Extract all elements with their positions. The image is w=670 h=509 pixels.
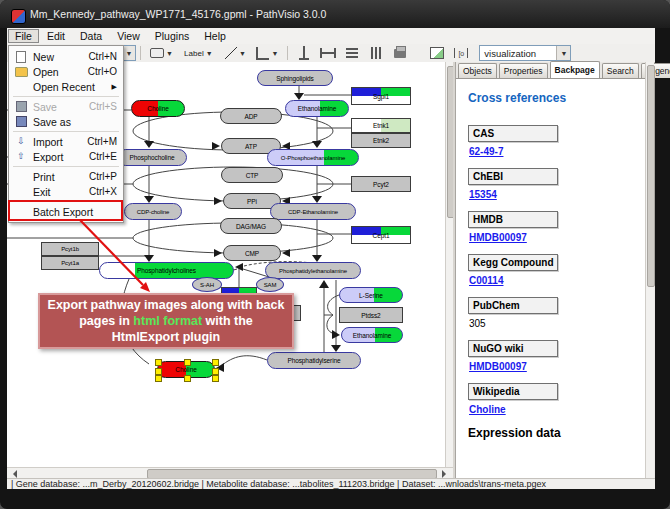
menu-file[interactable]: File [8,29,39,43]
node-label: Etnk1 [373,122,389,129]
pathway-node-etnk1[interactable]: Etnk1 [351,118,411,133]
pathway-node-adp[interactable]: ADP [220,108,282,124]
visualization-value: visualization [484,48,536,59]
annotation-line1: Export pathway images along with back [48,297,285,313]
pathway-node-cdp-ethanolamine[interactable]: CDP-Ethanolamine [270,203,356,220]
distribute-horizontal-button[interactable] [341,44,363,62]
align-middle-button[interactable] [317,44,339,62]
pathway-node-ethanolamine-top[interactable]: Ethanolamine [285,100,349,117]
scroll-left-icon[interactable] [9,470,17,478]
pathway-node-sphingolipids[interactable]: Sphingolipids [257,70,333,86]
selection-handle[interactable] [184,375,191,382]
pathway-node-ctp[interactable]: CTP [221,167,283,183]
menu-data[interactable]: Data [73,29,109,43]
pathway-node-s-ah[interactable]: S-AH [192,277,222,292]
pathway-node-choline-selected[interactable]: Choline [157,361,215,378]
selection-handle[interactable] [155,359,162,366]
menu-help[interactable]: Help [197,29,233,43]
pathway-node-choline-top[interactable]: Choline [131,100,185,117]
pathway-node-phosphocholine[interactable]: Phosphocholine [117,149,187,166]
new-file-icon [13,51,29,63]
distribute-vertical-button[interactable] [365,44,387,62]
xref-link[interactable]: Choline [469,404,645,415]
tab-search[interactable]: Search [602,63,639,78]
print-button[interactable] [389,44,411,62]
pathway-node-ptdss2[interactable]: Ptdss2 [339,307,403,323]
connector-tool-button[interactable]: ▼ [252,44,282,62]
xref-value: 305 [469,318,645,329]
pathway-node-dag[interactable]: DAG/MAG [220,218,282,234]
menu-item-label: Import [33,136,63,148]
scrollbar-thumb[interactable] [647,65,655,287]
pathway-node-pcyt2[interactable]: Pcyt2 [351,176,411,192]
file-menu-item-save-as[interactable]: Save as [9,114,123,129]
tab-properties[interactable]: Properties [499,63,548,78]
xref-header: ChEBI [468,168,558,185]
pathway-node-o-phosphoethanolamine[interactable]: O-Phosphoethanolamine [267,149,359,166]
file-menu-item-open-recent[interactable]: Open Recent▶ [9,79,123,94]
node-label: CDP-Ethanolamine [288,209,338,215]
pathway-node-cept1[interactable]: Cept1 [351,226,411,244]
file-menu-item-new[interactable]: NewCtrl+N [9,49,123,64]
pathway-node-pcyt1b[interactable]: Pcyt1b [41,242,99,256]
node-label: CMP [245,250,259,257]
node-label: Choline [175,366,196,373]
node-label: CTP [246,172,259,179]
pathway-node-phosphatidylethanolamine[interactable]: Phosphatidylethanolamine [265,262,361,279]
title-bar[interactable]: Mm_Kennedy_pathway_WP1771_45176.gpml - P… [0,0,670,28]
tab-objects[interactable]: Objects [458,63,497,78]
file-menu-item-print[interactable]: PrintCtrl+P [9,169,123,184]
pathway-node-phosphatidylcholines[interactable]: Phosphatidylcholines [99,262,234,279]
tab-backpage[interactable]: Backpage [550,61,600,78]
menu-item-shortcut: Ctrl+S [89,101,117,112]
xref-link[interactable]: 15354 [469,189,645,200]
selection-handle[interactable] [212,368,219,375]
toolbar-separator [287,46,288,60]
pathway-node-pcyt1a[interactable]: Pcyt1a [41,256,99,270]
align-center-button[interactable] [293,44,315,62]
node-label: Pcyt1b [61,246,79,252]
file-menu-item-batch-export[interactable]: Batch Export [9,204,123,219]
file-menu-item-export[interactable]: ⇧ExportCtrl+E [9,149,123,164]
chevron-down-icon: ▼ [239,50,246,57]
text-format-button[interactable]: [o [450,44,472,62]
selection-handle[interactable] [212,375,219,382]
xref-link[interactable]: HMDB00097 [469,232,645,243]
pathway-node-etnk2[interactable]: Etnk2 [351,133,411,148]
scroll-right-icon[interactable] [442,470,450,478]
menu-view[interactable]: View [110,29,147,43]
xref-link[interactable]: 62-49-7 [469,146,645,157]
pathway-node-cmp[interactable]: CMP [223,245,281,261]
export-image-button[interactable] [426,44,448,62]
visualization-combobox[interactable]: visualization ▼ [479,45,571,61]
pathway-node-ethanolamine-bottom[interactable]: Ethanolamine [341,327,403,343]
pathway-node-cdp-choline[interactable]: CDP-choline [124,203,182,220]
pathway-node-sgpl1[interactable]: Sgpl1 [351,87,411,105]
node-label: CDP-choline [137,209,170,215]
xref-section-kegg-compound: Kegg CompoundC00114 [468,254,645,286]
selection-handle[interactable] [155,368,162,375]
pathway-node-l-serine[interactable]: L-Serine [339,287,403,303]
xref-link[interactable]: C00114 [469,275,645,286]
menu-edit[interactable]: Edit [40,29,72,43]
pathway-node-phosphatidylserine[interactable]: Phosphatidylserine [267,352,361,369]
panel-vertical-scrollbar[interactable] [645,62,654,478]
menu-item-shortcut: Ctrl+E [89,151,117,162]
xref-link[interactable]: HMDB00097 [469,361,645,372]
selection-handle[interactable] [155,375,162,382]
label-tool-button[interactable]: Label▼ [178,44,218,62]
pathway-node-sam[interactable]: SAM [256,277,284,292]
selection-handle[interactable] [184,359,191,366]
menu-plugins[interactable]: Plugins [148,29,196,43]
file-menu-item-save[interactable]: SaveCtrl+S [9,99,123,114]
node-label: Ptdss2 [361,312,380,319]
chevron-down-icon[interactable]: ▼ [556,46,570,60]
line-tool-button[interactable]: ▼ [220,44,250,62]
file-menu-item-import[interactable]: ⇩ImportCtrl+M [9,134,123,149]
window-title: Mm_Kennedy_pathway_WP1771_45176.gpml - P… [30,8,326,20]
file-menu-item-exit[interactable]: ExitCtrl+X [9,184,123,199]
gene-datanode-button[interactable]: ▼ [146,44,176,62]
xref-section-hmdb: HMDBHMDB00097 [468,211,645,243]
file-menu-item-open[interactable]: OpenCtrl+O [9,64,123,79]
selection-handle[interactable] [212,359,219,366]
